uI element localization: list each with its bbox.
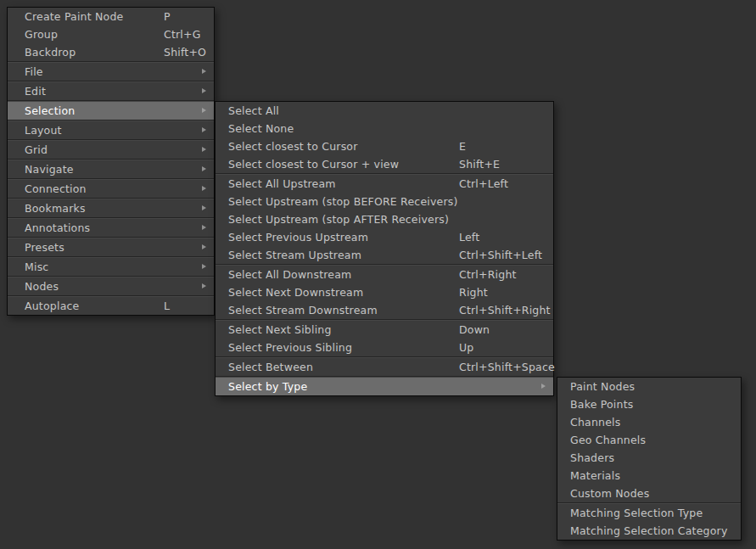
menu-item-grid[interactable]: Grid (8, 141, 214, 159)
menu-item-select-next-sibling[interactable]: Select Next Sibling Down (216, 321, 553, 339)
menu-item-shortcut: Right (459, 283, 488, 301)
menu-item-select-previous-upstream[interactable]: Select Previous Upstream Left (216, 228, 553, 246)
submenu-arrow-icon (202, 205, 206, 210)
menu-item-label: Select Previous Upstream (228, 228, 368, 246)
menu-item-label: Select Between (228, 358, 313, 376)
menu-item-label: Bookmarks (25, 199, 86, 217)
menu-item-group[interactable]: Group Ctrl+G (8, 25, 214, 43)
menu-item-label: File (25, 63, 43, 81)
menu-item-label: Misc (25, 258, 48, 276)
menu-item-label: Autoplace (25, 297, 79, 315)
menu-item-backdrop[interactable]: Backdrop Shift+O (8, 43, 214, 61)
menu-item-label: Matching Selection Type (570, 504, 703, 522)
menu-item-label: Presets (25, 238, 64, 256)
submenu-arrow-icon (202, 244, 206, 249)
menu-item-label: Paint Nodes (570, 378, 635, 395)
submenu-arrow-icon (202, 264, 206, 269)
menu-item-select-closest-to-cursor-view[interactable]: Select closest to Cursor + view Shift+E (216, 155, 553, 173)
menu-item-label: Connection (25, 180, 87, 198)
menu-item-label: Select None (228, 120, 294, 137)
menu-item-file[interactable]: File (8, 63, 214, 81)
menu-item-create-paint-node[interactable]: Create Paint Node P (8, 8, 214, 25)
menu-item-select-all-upstream[interactable]: Select All Upstream Ctrl+Left (216, 175, 553, 193)
menu-item-autoplace[interactable]: Autoplace L (8, 297, 214, 315)
menu-item-paint-nodes[interactable]: Paint Nodes (557, 378, 741, 395)
menu-item-label: Group (25, 25, 58, 43)
menu-item-layout[interactable]: Layout (8, 121, 214, 139)
menu-item-label: Custom Nodes (570, 485, 649, 502)
menu-item-label: Layout (25, 121, 62, 139)
submenu-selection: Select All Select None Select closest to… (215, 101, 554, 396)
menu-item-label: Select Stream Upstream (228, 246, 361, 264)
menu-item-label: Select Stream Downstream (228, 301, 378, 319)
menu-item-nodes[interactable]: Nodes (8, 277, 214, 295)
menu-item-matching-selection-type[interactable]: Matching Selection Type (557, 504, 741, 522)
menu-item-shortcut: Shift+O (164, 43, 206, 61)
submenu-arrow-icon (202, 69, 206, 74)
menu-item-matching-selection-category[interactable]: Matching Selection Category (557, 522, 741, 540)
menu-item-label: Nodes (25, 277, 59, 295)
menu-item-select-upstream-stop-after-receivers[interactable]: Select Upstream (stop AFTER Receivers) (216, 210, 553, 228)
menu-item-label: Select by Type (228, 378, 307, 395)
menu-item-select-by-type[interactable]: Select by Type (216, 378, 553, 395)
menu-item-label: Select Next Downstream (228, 283, 363, 301)
menu-item-shortcut: Ctrl+Shift+Space (459, 358, 555, 376)
menu-item-select-upstream-stop-before-receivers[interactable]: Select Upstream (stop BEFORE Receivers) (216, 193, 553, 210)
menu-item-shortcut: Shift+E (459, 155, 500, 173)
submenu-select-by-type: Paint Nodes Bake Points Channels Geo Cha… (557, 377, 742, 541)
menu-item-label: Select All (228, 102, 279, 120)
menu-item-shortcut: Ctrl+Shift+Left (459, 246, 542, 264)
menu-item-select-closest-to-cursor[interactable]: Select closest to Cursor E (216, 137, 553, 155)
menu-item-presets[interactable]: Presets (8, 238, 214, 256)
menu-item-label: Select Next Sibling (228, 321, 332, 339)
menu-item-label: Channels (570, 413, 620, 431)
menu-item-label: Edit (25, 82, 46, 100)
menu-item-select-next-downstream[interactable]: Select Next Downstream Right (216, 283, 553, 301)
menu-item-navigate[interactable]: Navigate (8, 160, 214, 178)
menu-item-bake-points[interactable]: Bake Points (557, 395, 741, 413)
menu-item-connection[interactable]: Connection (8, 180, 214, 198)
menu-item-geo-channels[interactable]: Geo Channels (557, 431, 741, 449)
submenu-arrow-icon (202, 186, 206, 191)
menu-item-channels[interactable]: Channels (557, 413, 741, 431)
menu-item-shaders[interactable]: Shaders (557, 449, 741, 467)
menu-item-label: Geo Channels (570, 431, 646, 449)
menu-item-label: Shaders (570, 449, 614, 467)
menu-item-materials[interactable]: Materials (557, 467, 741, 485)
menu-item-bookmarks[interactable]: Bookmarks (8, 199, 214, 217)
menu-item-shortcut: Ctrl+Shift+Right (459, 301, 551, 319)
menu-item-custom-nodes[interactable]: Custom Nodes (557, 485, 741, 502)
menu-item-select-between[interactable]: Select Between Ctrl+Shift+Space (216, 358, 553, 376)
menu-item-label: Materials (570, 467, 620, 485)
menu-item-shortcut: Ctrl+Right (459, 266, 517, 283)
menu-item-label: Select Upstream (stop AFTER Receivers) (228, 210, 449, 228)
menu-item-select-previous-sibling[interactable]: Select Previous Sibling Up (216, 339, 553, 356)
menu-item-shortcut: E (459, 137, 466, 155)
menu-item-select-all-downstream[interactable]: Select All Downstream Ctrl+Right (216, 266, 553, 283)
menu-item-selection[interactable]: Selection (8, 102, 214, 120)
menu-item-select-all[interactable]: Select All (216, 102, 553, 120)
menu-item-label: Select closest to Cursor (228, 137, 358, 155)
menu-item-label: Bake Points (570, 395, 633, 413)
submenu-arrow-icon (202, 166, 206, 171)
menu-item-select-stream-downstream[interactable]: Select Stream Downstream Ctrl+Shift+Righ… (216, 301, 553, 319)
menu-item-shortcut: Ctrl+Left (459, 175, 508, 193)
menu-item-label: Matching Selection Category (570, 522, 728, 540)
menu-item-misc[interactable]: Misc (8, 258, 214, 276)
menu-item-shortcut: L (164, 297, 170, 315)
menu-item-select-none[interactable]: Select None (216, 120, 553, 137)
submenu-arrow-icon (202, 127, 206, 132)
menu-item-shortcut: Down (459, 321, 490, 339)
menu-item-label: Select closest to Cursor + view (228, 155, 399, 173)
menu-item-label: Navigate (25, 160, 74, 178)
menu-item-label: Create Paint Node (25, 8, 123, 25)
submenu-arrow-icon (202, 108, 206, 113)
menu-item-label: Selection (25, 102, 75, 120)
submenu-arrow-icon (202, 283, 206, 289)
menu-item-select-stream-upstream[interactable]: Select Stream Upstream Ctrl+Shift+Left (216, 246, 553, 264)
menu-item-label: Annotations (25, 219, 90, 237)
menu-item-annotations[interactable]: Annotations (8, 219, 214, 237)
menu-item-label: Select Previous Sibling (228, 339, 352, 356)
submenu-arrow-icon (541, 384, 546, 389)
menu-item-edit[interactable]: Edit (8, 82, 214, 100)
